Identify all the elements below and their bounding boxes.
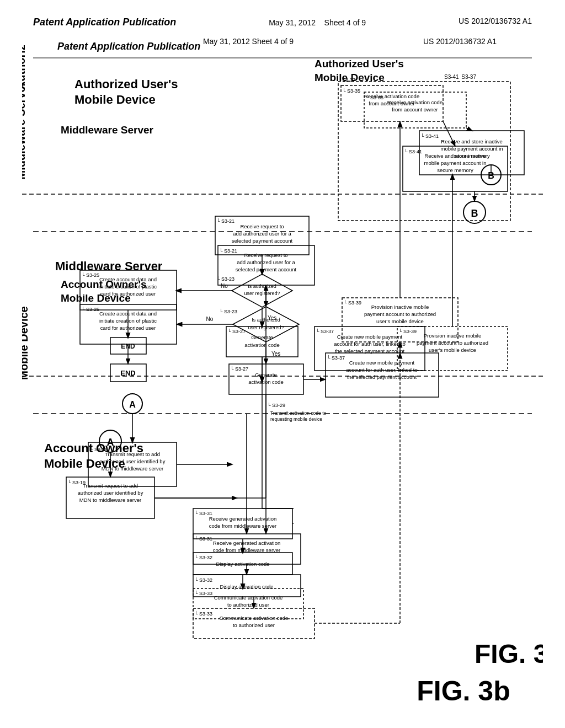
s3-37-t2: account for auth user, linked to	[346, 367, 417, 373]
s3-21-t1: Receive request to	[244, 252, 287, 258]
s3-35-lbl: └ S3-35	[342, 88, 360, 94]
authorized-user-title: Authorized User's	[74, 77, 178, 91]
s3-37-t3: the selected payment account	[347, 374, 417, 380]
s3-32-t: Display activation code	[220, 584, 273, 590]
circle-b-text: B	[471, 208, 478, 219]
main-diagram: Patent Application Publication May 31, 2…	[0, 0, 565, 728]
s3-19-lbl: └ S3-19	[67, 479, 86, 485]
s3-31-t1: Receive generated activation	[213, 540, 281, 546]
s3-29-inline-t: Transmit activation code to	[270, 410, 327, 416]
dotted-group-box	[338, 82, 510, 221]
s3-31-t2: code from middleware server	[213, 547, 281, 553]
s3-25-t1: Create account data and	[99, 311, 157, 317]
fig-3b: FIG. 3b	[417, 676, 510, 706]
s3-27-lbl: └ S3-27	[230, 366, 248, 372]
s3-41-t1: Receive and store inactive	[424, 153, 486, 159]
s3-19-t1: Transmit request to add	[83, 483, 138, 489]
s3-37-top-lbl: S3-37	[461, 74, 476, 80]
middleware-title: Middleware Server	[55, 259, 163, 273]
end-text: END	[120, 369, 135, 377]
s3-39-t3: user's mobile device	[376, 318, 424, 324]
s3-25-t2: initiate creation of plastic	[99, 318, 157, 324]
s3-37-lbl: └ S3-37	[327, 355, 345, 361]
s3-33-t2: to authorized user	[233, 622, 275, 628]
header-id: US 2012/0136732 A1	[423, 37, 497, 46]
s3-27-t2: activation code	[248, 379, 283, 385]
s3-37-t1: Create new mobile payment	[349, 360, 415, 366]
s3-19-t3: MDN to middleware server	[79, 497, 141, 503]
authorized-user-title-2: Mobile Device	[74, 93, 156, 106]
account-owner-title: Account Owner's	[44, 441, 143, 455]
account-owner-title-2: Mobile Device	[44, 457, 125, 470]
header-date: May 31, 2012 Sheet 4 of 9	[203, 37, 294, 46]
yes-lbl: Yes	[271, 351, 280, 357]
arrow-35-41-line	[443, 121, 455, 146]
header-patent: Patent Application Publication	[57, 41, 200, 52]
page: Patent Application Publication May 31, 2…	[0, 0, 565, 728]
s3-35-t2: from account owner	[369, 100, 414, 106]
s3-19-t2: authorized user identified by	[78, 490, 143, 496]
s3-41-t2: mobile payment account in	[424, 160, 486, 166]
s3-33-lbl-a: └ S3-33	[194, 611, 212, 617]
s3-33-t1: Communicate activation code	[220, 615, 289, 621]
s3-39-lbl: └ S3-39	[343, 299, 361, 306]
s3-21-t2: add authorized user for a	[237, 259, 295, 265]
s3-25-t3: card for authorized user	[100, 325, 156, 331]
s3-21-lbl: └ S3-21	[219, 248, 237, 254]
s3-25-lbl-a: └ S3-25	[81, 306, 99, 312]
s3-27-t1: Generate	[255, 372, 277, 378]
s3-32-lbl-a: └ S3-32	[194, 577, 212, 583]
s3-23-lbl-d: └ S3-23	[219, 308, 237, 314]
s3-41-t3: secure memory	[437, 167, 473, 173]
s3-23-dt2: user registered?	[248, 325, 284, 330]
s3-35-t1: Receive activation code	[364, 93, 419, 99]
s3-23-dt1: Is authorized	[252, 317, 280, 323]
circle-a-text: A	[107, 437, 114, 448]
s3-37-region-lbl: S3-41	[444, 74, 459, 80]
no-lbl: No	[206, 316, 214, 322]
s3-39-t1: Provision inactive mobile	[371, 304, 429, 310]
s3-29-inline-t2: requesting mobile device	[270, 416, 322, 422]
s3-29-lbl-inline: └ S3-29	[267, 402, 285, 408]
s3-39-t2: payment account to authorized	[364, 311, 436, 317]
s3-21-t3: selected payment account	[236, 266, 297, 272]
s3-31-lbl: └ S3-31	[194, 536, 212, 542]
s3-41-lbl: └ S3-41	[404, 148, 422, 154]
